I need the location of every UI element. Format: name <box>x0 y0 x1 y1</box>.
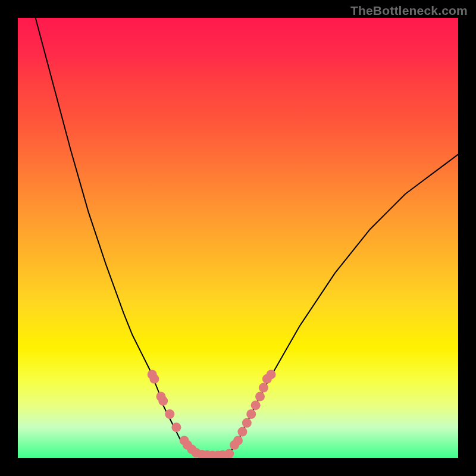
dot <box>267 369 276 379</box>
dot <box>251 400 261 410</box>
dot <box>246 409 256 419</box>
highlight-dots <box>148 369 276 458</box>
dot <box>233 436 243 445</box>
chart-stage: TheBottleneck.com <box>0 0 476 476</box>
curve-left <box>36 18 194 454</box>
dot <box>149 374 159 384</box>
dot <box>259 383 268 393</box>
dot <box>255 392 265 401</box>
plot-area <box>18 18 458 458</box>
watermark-text: TheBottleneck.com <box>350 4 468 18</box>
chart-svg <box>18 18 458 458</box>
dot <box>171 422 181 432</box>
dot <box>165 409 174 419</box>
dot <box>237 427 247 437</box>
dot <box>158 396 168 406</box>
curve-right <box>229 154 458 453</box>
dot <box>242 418 252 428</box>
dot <box>224 449 234 458</box>
